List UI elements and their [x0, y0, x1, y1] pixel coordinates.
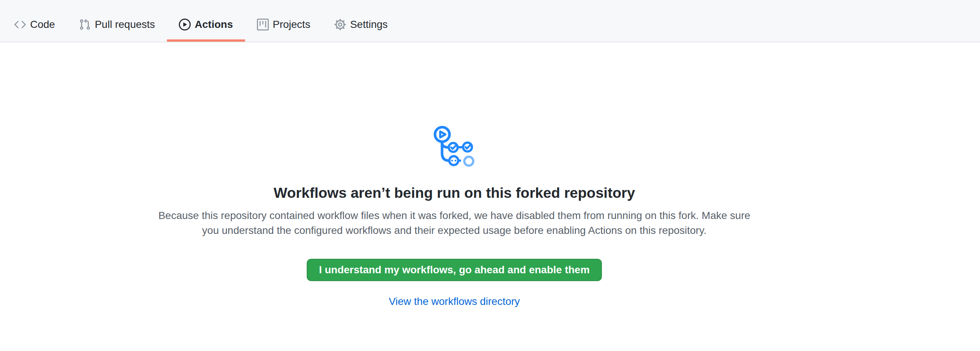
view-workflows-directory-link[interactable]: View the workflows directory — [389, 295, 520, 307]
code-icon — [14, 19, 26, 30]
blankslate-heading: Workflows aren’t being run on this forke… — [151, 184, 757, 202]
project-board-icon — [257, 19, 269, 30]
tab-label: Actions — [195, 19, 233, 30]
tab-label: Pull requests — [95, 19, 155, 30]
gear-icon — [334, 19, 346, 30]
tab-actions[interactable]: Actions — [167, 0, 245, 42]
workflow-illustration-icon — [433, 125, 475, 167]
tab-label: Settings — [350, 19, 388, 30]
repo-tab-bar: Code Pull requests Actions Projects — [0, 0, 980, 42]
enable-button-row: I understand my workflows, go ahead and … — [151, 259, 757, 281]
tab-label: Code — [30, 19, 55, 30]
play-circle-icon — [179, 19, 191, 30]
tab-label: Projects — [273, 19, 310, 30]
git-pull-request-icon — [79, 19, 91, 30]
tab-pull-requests[interactable]: Pull requests — [67, 0, 167, 42]
enable-workflows-button[interactable]: I understand my workflows, go ahead and … — [307, 259, 602, 281]
workflows-link-row: View the workflows directory — [151, 295, 757, 308]
tab-settings[interactable]: Settings — [322, 0, 400, 42]
tab-projects[interactable]: Projects — [245, 0, 322, 42]
actions-disabled-blankslate: Workflows aren’t being run on this forke… — [151, 125, 757, 308]
tab-code[interactable]: Code — [2, 0, 67, 42]
blankslate-description: Because this repository contained workfl… — [151, 208, 757, 238]
